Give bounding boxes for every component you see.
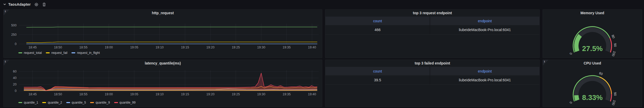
svg-text:19:30: 19:30	[257, 46, 265, 49]
svg-text:40: 40	[13, 76, 17, 80]
panel-title[interactable]: Memory Used	[543, 10, 642, 16]
table-cell: liubeideMacBook-Pro.local:6041	[430, 25, 539, 34]
legend-label: request_fail	[51, 51, 67, 55]
dashboard: TaosAdapter	[0, 0, 644, 108]
legend-label: quantile_99	[120, 101, 136, 104]
svg-text:18:50: 18:50	[54, 92, 62, 96]
legend-request_total[interactable]: request_total	[18, 51, 42, 55]
gauge-value: 27.5%	[582, 45, 603, 53]
legend-label: quantile_5	[72, 101, 86, 104]
panel-info-icon[interactable]	[543, 60, 548, 66]
svg-text:18:45: 18:45	[28, 46, 36, 49]
column-header-count[interactable]: count	[325, 17, 430, 25]
chevron-down-icon	[3, 2, 7, 6]
svg-text:60: 60	[13, 70, 17, 73]
panel-top3-failed-endpoint: top 3 failed endpoint countendpoint39.5l…	[325, 60, 540, 107]
svg-text:19:35: 19:35	[283, 46, 291, 49]
svg-text:19:15: 19:15	[181, 46, 189, 49]
info-letter: i	[544, 60, 545, 63]
memory_used-dial: 0809010027.5%	[543, 16, 642, 58]
table-cell: 466	[325, 25, 430, 34]
legend-label: quantile_9	[96, 101, 110, 104]
legend-quantile_99[interactable]: quantile_99	[114, 101, 136, 104]
table-row: 39.5liubeideMacBook-Pro.local:6041	[325, 75, 539, 85]
svg-text:250: 250	[11, 33, 17, 37]
legend-swatch	[42, 102, 46, 103]
legend-quantile_9[interactable]: quantile_9	[90, 101, 110, 104]
svg-text:19:40: 19:40	[308, 46, 316, 49]
legend-request_in_flight[interactable]: request_in_flight	[71, 51, 100, 55]
svg-text:19:35: 19:35	[283, 92, 291, 96]
panel-info-icon[interactable]	[4, 60, 9, 66]
table-cell: liubeideMacBook-Pro.local:6041	[430, 75, 539, 84]
legend-swatch	[90, 102, 94, 103]
svg-text:19:05: 19:05	[130, 46, 138, 49]
svg-text:19:05: 19:05	[130, 92, 138, 96]
info-letter: i	[5, 10, 6, 13]
table-header-row: countendpoint	[325, 67, 539, 75]
info-letter: i	[5, 60, 6, 63]
svg-text:19:20: 19:20	[206, 46, 214, 49]
svg-text:0: 0	[569, 101, 573, 104]
table-cell: 39.5	[325, 75, 430, 84]
panel-cpu-used: i CPU Used 060901008.33%	[543, 60, 642, 107]
legend-quantile_5[interactable]: quantile_5	[66, 101, 86, 104]
svg-text:20: 20	[13, 83, 17, 86]
panel-title[interactable]: http_request	[4, 10, 322, 16]
row-collapse-toggle[interactable]: TaosAdapter	[3, 2, 31, 6]
svg-text:19:15: 19:15	[181, 92, 189, 96]
memory-gauge: 0809010027.5%	[543, 16, 642, 58]
legend-quantile_2[interactable]: quantile_2	[42, 101, 62, 104]
svg-text:18:55: 18:55	[79, 46, 87, 49]
legend-request_fail[interactable]: request_fail	[46, 51, 67, 55]
column-header-endpoint[interactable]: endpoint	[430, 67, 539, 75]
row-title: TaosAdapter	[8, 2, 31, 6]
legend-swatch	[18, 52, 22, 53]
svg-text:19:00: 19:00	[105, 46, 113, 49]
legend-label: quantile_2	[48, 101, 62, 104]
svg-text:90: 90	[613, 43, 617, 47]
svg-text:19:40: 19:40	[308, 92, 316, 96]
svg-text:90: 90	[613, 92, 617, 96]
panel-latency-quantile: i latency_quantile(ms) 18:4518:5018:5519…	[3, 60, 322, 107]
chart-legend: quantile_1quantile_2quantile_5quantile_9…	[18, 101, 136, 104]
legend-label: request_total	[24, 51, 42, 55]
svg-text:100: 100	[611, 51, 616, 57]
svg-text:19:20: 19:20	[206, 92, 214, 96]
legend-swatch	[71, 52, 75, 53]
svg-text:0: 0	[15, 89, 17, 93]
table-row: 466liubeideMacBook-Pro.local:6041	[325, 25, 539, 34]
cpu_used-dial: 060901008.33%	[543, 66, 642, 107]
column-header-count[interactable]: count	[325, 67, 430, 75]
chart-legend: request_totalrequest_failrequest_in_flig…	[18, 51, 100, 55]
panel-http-request: i http_request 18:4518:5018:5519:0019:05…	[3, 9, 322, 58]
column-header-endpoint[interactable]: endpoint	[430, 17, 539, 25]
legend-quantile_1[interactable]: quantile_1	[18, 101, 38, 104]
svg-text:19:00: 19:00	[105, 92, 113, 96]
request-endpoint-table: countendpoint466liubeideMacBook-Pro.loca…	[325, 17, 539, 34]
failed-endpoint-table: countendpoint39.5liubeideMacBook-Pro.loc…	[325, 67, 539, 85]
panel-info-icon[interactable]	[4, 10, 9, 15]
svg-text:19:10: 19:10	[156, 46, 164, 49]
panel-top3-request-endpoint: top 3 request endpoint countendpoint466l…	[325, 9, 540, 58]
legend-swatch	[18, 102, 22, 103]
svg-text:0: 0	[15, 42, 17, 46]
panel-title[interactable]: latency_quantile(ms)	[4, 60, 322, 67]
svg-text:19:10: 19:10	[156, 92, 164, 96]
svg-text:80: 80	[611, 34, 616, 39]
svg-text:0: 0	[569, 52, 573, 55]
svg-text:19:30: 19:30	[257, 92, 265, 96]
panel-title[interactable]: top 3 failed endpoint	[325, 60, 539, 67]
gauge-value: 8.33%	[582, 93, 603, 102]
cpu-gauge: 060901008.33%	[543, 66, 642, 107]
svg-text:100: 100	[611, 99, 616, 106]
legend-swatch	[114, 102, 118, 103]
gear-icon[interactable]	[34, 2, 39, 6]
trash-icon[interactable]	[42, 2, 46, 6]
panel-title[interactable]: top 3 request endpoint	[325, 10, 539, 16]
svg-text:18:45: 18:45	[28, 92, 36, 96]
svg-text:500: 500	[11, 24, 17, 27]
panel-title[interactable]: CPU Used	[543, 60, 642, 67]
svg-text:60: 60	[598, 71, 603, 76]
svg-text:18:50: 18:50	[54, 46, 62, 49]
